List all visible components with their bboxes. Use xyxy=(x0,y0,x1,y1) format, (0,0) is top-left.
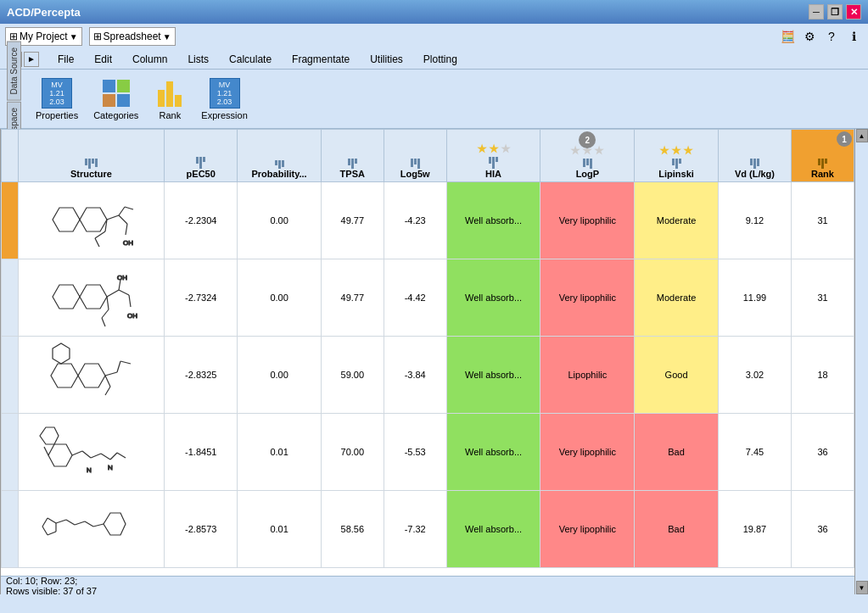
cell-vd: 9.12 xyxy=(718,182,791,259)
help-icon[interactable]: ? xyxy=(822,27,841,46)
rank-icon xyxy=(154,78,185,109)
col-lipinski: ★★★ Lipinski xyxy=(635,130,719,182)
dropdown-arrow-icon: ▼ xyxy=(70,32,78,42)
cell-tpsa: 58.56 xyxy=(321,491,384,568)
cell-hia: Well absorb... xyxy=(446,337,540,414)
structure-cell: OH xyxy=(18,182,164,259)
svg-line-9 xyxy=(95,238,99,247)
categories-button[interactable]: Categories xyxy=(87,74,144,125)
svg-line-37 xyxy=(44,447,48,455)
menu-plotting[interactable]: Plotting xyxy=(415,52,466,67)
col-logsw: Log5w xyxy=(384,130,446,182)
scroll-up-button[interactable]: ▲ xyxy=(856,129,868,142)
spreadsheet-label: Spreadsheet xyxy=(104,31,161,42)
menu-file[interactable]: File xyxy=(49,52,82,67)
cell-tpsa: 49.77 xyxy=(321,259,384,337)
menu-column[interactable]: Column xyxy=(124,52,176,67)
svg-text:OH: OH xyxy=(127,312,137,320)
svg-marker-41 xyxy=(104,513,126,535)
svg-marker-12 xyxy=(80,285,107,309)
cell-logSw: -4.23 xyxy=(384,182,446,259)
spreadsheet-dropdown[interactable]: ⊞ Spreadsheet ▼ xyxy=(89,27,176,46)
cell-logSw: -7.32 xyxy=(384,491,446,568)
svg-text:OH: OH xyxy=(123,239,133,247)
spreadsheet-icon: ⊞ xyxy=(93,31,102,42)
cell-rank: 36 xyxy=(792,491,854,568)
scroll-down-button[interactable]: ▼ xyxy=(856,581,868,594)
structure-cell xyxy=(18,337,164,414)
cell-lipinski: Good xyxy=(635,337,719,414)
svg-marker-30 xyxy=(48,444,72,466)
rank-label: Rank xyxy=(160,110,182,120)
cell-logP: Very lipophilic xyxy=(540,491,635,568)
cell-vd: 19.87 xyxy=(718,491,791,568)
svg-line-46 xyxy=(56,520,66,523)
title-text: ACD/Percepta xyxy=(7,6,81,19)
cell-hia: Well absorb... xyxy=(446,491,540,568)
col-rank: 1 Rank xyxy=(792,130,854,182)
calculator-icon[interactable]: 🧮 xyxy=(778,27,797,46)
tpsa-minichart xyxy=(325,159,380,169)
lipinski-minichart xyxy=(638,159,714,169)
row-number-cell xyxy=(2,414,19,491)
svg-line-3 xyxy=(119,215,127,224)
info-icon[interactable]: ℹ xyxy=(844,27,863,46)
svg-text:N: N xyxy=(108,464,113,471)
gear-icon[interactable]: ⚙ xyxy=(800,27,819,46)
cell-pec50: -2.7324 xyxy=(165,259,238,337)
col-tpsa-label: TPSA xyxy=(325,169,380,179)
svg-line-8 xyxy=(95,231,105,238)
svg-text:OH: OH xyxy=(117,274,127,281)
table-row: OH OH -2.73240.0049.77-4.42Well absorb..… xyxy=(2,259,854,337)
pec50-minichart xyxy=(168,157,233,169)
col-probability-label: Probability... xyxy=(241,169,317,179)
expression-button[interactable]: MV1.212.03 Expression xyxy=(195,74,253,125)
structure-cell: N N xyxy=(18,414,164,491)
menu-lists[interactable]: Lists xyxy=(179,52,217,67)
cell-logP: Lipophilic xyxy=(540,337,635,414)
cell-rank: 31 xyxy=(792,182,854,259)
cell-lipinski: Moderate xyxy=(635,182,719,259)
svg-line-24 xyxy=(105,372,117,376)
svg-line-19 xyxy=(102,318,105,326)
svg-text:N: N xyxy=(87,466,92,474)
scrollbar-right[interactable]: ▲ ▼ xyxy=(854,129,868,594)
svg-marker-23 xyxy=(78,364,105,387)
minimize-button[interactable]: ─ xyxy=(809,4,824,20)
svg-line-25 xyxy=(117,361,120,372)
close-button[interactable]: ✕ xyxy=(846,4,861,20)
cell-lipinski: Bad xyxy=(635,414,719,491)
svg-line-43 xyxy=(85,521,93,527)
rank-button[interactable]: Rank xyxy=(148,74,192,125)
svg-marker-29 xyxy=(53,343,70,364)
menu-fragmentate[interactable]: Fragmentate xyxy=(283,52,358,67)
svg-line-32 xyxy=(82,451,91,458)
properties-button[interactable]: MV1.212.03 Properties xyxy=(30,74,84,125)
svg-line-42 xyxy=(93,524,104,527)
cell-probability: 0.01 xyxy=(238,414,322,491)
rank-minichart xyxy=(795,159,850,169)
datasource-tab[interactable]: Data Source xyxy=(7,42,21,101)
table-container[interactable]: Structure pEC50 xyxy=(1,129,854,576)
menu-edit[interactable]: Edit xyxy=(86,52,120,67)
cell-vd: 3.02 xyxy=(718,337,791,414)
menu-calculate[interactable]: Calculate xyxy=(221,52,280,67)
next-side-button[interactable]: ► xyxy=(24,52,39,67)
svg-marker-0 xyxy=(53,208,80,231)
col-logsw-label: Log5w xyxy=(388,169,443,179)
grid-icon: ⊞ xyxy=(9,31,18,42)
menu-utilities[interactable]: Utilities xyxy=(361,52,412,67)
svg-line-4 xyxy=(126,224,127,235)
cell-logP: Very lipophilic xyxy=(540,182,635,259)
row-number-cell xyxy=(2,182,19,259)
titlebar-controls: ─ ❐ ✕ xyxy=(809,4,861,20)
svg-line-50 xyxy=(48,532,56,535)
cell-logSw: -4.42 xyxy=(384,259,446,337)
restore-button[interactable]: ❐ xyxy=(827,4,843,20)
statusbar: Col: 10; Row: 23; Rows visible: 37 of 37 xyxy=(1,576,854,594)
svg-marker-22 xyxy=(51,364,78,387)
svg-marker-38 xyxy=(40,427,59,444)
svg-line-35 xyxy=(110,453,117,460)
status-rows-visible: Rows visible: 37 of 37 xyxy=(6,586,849,595)
svg-line-15 xyxy=(129,295,131,307)
